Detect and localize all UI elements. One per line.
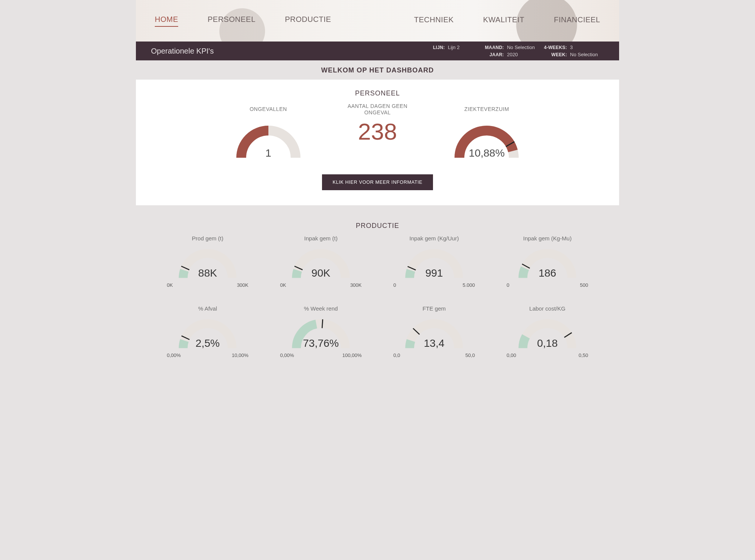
filter-jaar-value[interactable]: 2020 xyxy=(507,52,541,57)
gauge-min-2: 0 xyxy=(393,282,396,288)
productie-title: PRODUCTIE xyxy=(159,222,596,230)
gauge-max-1: 300K xyxy=(350,282,362,288)
gauge-value-3: 186 xyxy=(513,267,581,279)
gauge-card-4: % Afval 2,5% 0,00% 10,00% xyxy=(159,305,257,358)
gauge-value-0: 88K xyxy=(174,267,242,279)
filter-jaar-label: JAAR: xyxy=(485,52,504,57)
gauge-max-3: 500 xyxy=(580,282,588,288)
gauge-card-3: Inpak gem (Kg-Mu) 186 0 500 xyxy=(498,235,596,288)
gauge-max-6: 50,0 xyxy=(465,352,475,358)
gauge-value-5: 73,76% xyxy=(287,337,355,349)
gauge-min-5: 0,00% xyxy=(280,352,294,358)
nav-right: TECHNIEK KWALITEIT FINANCIEEL xyxy=(414,15,600,26)
header: HOME PERSONEEL PRODUCTIE TECHNIEK KWALIT… xyxy=(136,0,619,42)
gauge-card-5: % Week rend 73,76% 0,00% 100,00% xyxy=(272,305,370,358)
gauge-card-2: Inpak gem (Kg/Uur) 991 0 5.000 xyxy=(385,235,483,288)
gauge-title-1: Inpak gem (t) xyxy=(272,235,370,242)
gauge-min-4: 0,00% xyxy=(167,352,181,358)
gauge-ongevallen: 1 xyxy=(231,120,306,162)
gauge-max-2: 5.000 xyxy=(462,282,475,288)
nav-kwaliteit[interactable]: KWALITEIT xyxy=(483,15,524,26)
gauge-title-5: % Week rend xyxy=(272,305,370,312)
gauge-title-3: Inpak gem (Kg-Mu) xyxy=(498,235,596,242)
kpi-bar: Operationele KPI's LIJN: Lijn 2 MAAND: N… xyxy=(136,42,619,60)
productie-grid: Prod gem (t) 88K 0K 300K Inpak gem (t) 9… xyxy=(159,235,596,358)
kpi-title: Operationele KPI's xyxy=(151,47,214,55)
personeel-title: PERSONEEL xyxy=(136,89,619,97)
nav-left: HOME PERSONEEL PRODUCTIE xyxy=(155,15,331,27)
gauge-min-7: 0,00 xyxy=(507,352,516,358)
value-dagen: 238 xyxy=(348,120,408,143)
value-ongevallen: 1 xyxy=(231,147,306,159)
label-ziekte: ZIEKTEVERZUIM xyxy=(449,103,524,116)
gauge-title-2: Inpak gem (Kg/Uur) xyxy=(385,235,483,242)
nav-financieel[interactable]: FINANCIEEL xyxy=(554,15,600,26)
svg-line-6 xyxy=(322,319,322,328)
gauge-value-2: 991 xyxy=(400,267,468,279)
nav-bar: HOME PERSONEEL PRODUCTIE TECHNIEK KWALIT… xyxy=(136,0,619,42)
more-info-button[interactable]: KLIK HIER VOOR MEER INFORMATIE xyxy=(322,174,433,190)
nav-home[interactable]: HOME xyxy=(155,15,178,27)
gauge-min-0: 0K xyxy=(167,282,173,288)
filter-lijn-label: LIJN: xyxy=(433,45,445,50)
label-dagen: AANTAL DAGEN GEEN ONGEVAL xyxy=(348,103,408,116)
gauge-max-7: 0,50 xyxy=(579,352,588,358)
gauge-min-6: 0,0 xyxy=(393,352,400,358)
gauge-card-7: Labor cost/KG 0,18 0,00 0,50 xyxy=(498,305,596,358)
filter-week-label: WEEK: xyxy=(544,52,567,57)
gauge-max-4: 10,00% xyxy=(232,352,248,358)
gauge-card-0: Prod gem (t) 88K 0K 300K xyxy=(159,235,257,288)
gauge-min-1: 0K xyxy=(280,282,286,288)
nav-personeel[interactable]: PERSONEEL xyxy=(208,15,256,27)
gauge-card-6: FTE gem 13,4 0,0 50,0 xyxy=(385,305,483,358)
filter-lijn-value[interactable]: Lijn 2 xyxy=(448,45,482,50)
gauge-title-6: FTE gem xyxy=(385,305,483,312)
nav-productie[interactable]: PRODUCTIE xyxy=(285,15,331,27)
gauge-card-1: Inpak gem (t) 90K 0K 300K xyxy=(272,235,370,288)
card-dagen: AANTAL DAGEN GEEN ONGEVAL 238 xyxy=(348,103,408,143)
label-ongevallen: ONGEVALLEN xyxy=(231,103,306,116)
page: HOME PERSONEEL PRODUCTIE TECHNIEK KWALIT… xyxy=(136,0,619,369)
filter-maand-label: MAAND: xyxy=(485,45,504,50)
filter-4weeks-value[interactable]: 3 xyxy=(570,45,604,50)
card-ziekte: ZIEKTEVERZUIM 10,88% xyxy=(449,103,524,162)
gauge-max-0: 300K xyxy=(237,282,248,288)
filter-grid: LIJN: Lijn 2 MAAND: No Selection 4-WEEKS… xyxy=(433,45,604,57)
personeel-row: ONGEVALLEN 1 AANTAL DAGEN GEEN ONGEVAL 2… xyxy=(136,103,619,162)
gauge-value-4: 2,5% xyxy=(174,337,242,349)
gauge-max-5: 100,00% xyxy=(342,352,362,358)
gauge-value-7: 0,18 xyxy=(513,337,581,349)
filter-week-value[interactable]: No Selection xyxy=(570,52,604,57)
gauge-min-3: 0 xyxy=(507,282,509,288)
personeel-panel: PERSONEEL ONGEVALLEN 1 AANTAL DAGEN GEEN… xyxy=(136,80,619,205)
nav-techniek[interactable]: TECHNIEK xyxy=(414,15,454,26)
gauge-title-4: % Afval xyxy=(159,305,257,312)
value-ziekte: 10,88% xyxy=(449,147,524,159)
gauge-title-7: Labor cost/KG xyxy=(498,305,596,312)
card-ongevallen: ONGEVALLEN 1 xyxy=(231,103,306,162)
gauge-ziekte: 10,88% xyxy=(449,120,524,162)
gauge-title-0: Prod gem (t) xyxy=(159,235,257,242)
welcome-banner: WELKOM OP HET DASHBOARD xyxy=(136,60,619,80)
filter-maand-value[interactable]: No Selection xyxy=(507,45,541,50)
filter-4weeks-label: 4-WEEKS: xyxy=(544,45,567,50)
gauge-value-1: 90K xyxy=(287,267,355,279)
gauge-value-6: 13,4 xyxy=(400,337,468,349)
productie-panel: PRODUCTIE Prod gem (t) 88K 0K 300K Inpak… xyxy=(136,205,619,369)
